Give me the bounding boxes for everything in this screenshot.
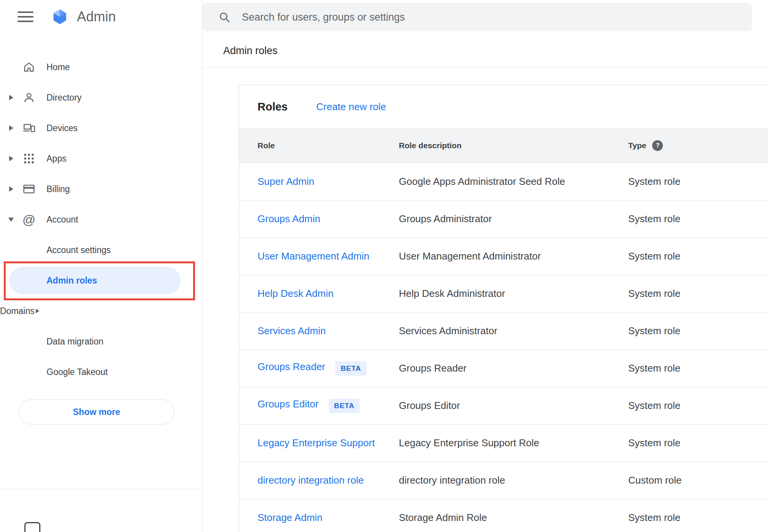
help-icon[interactable]: ?: [652, 140, 663, 151]
role-description: User Management Administrator: [399, 250, 628, 262]
sidebar-item-google-takeout[interactable]: Google Takeout: [0, 357, 202, 387]
sidebar-item-data-migration[interactable]: Data migration: [0, 326, 202, 357]
selected-item-pill: Admin roles: [9, 267, 181, 294]
table-row: Storage Admin Storage Admin Role System …: [239, 499, 768, 532]
role-description: Google Apps Administrator Seed Role: [399, 176, 628, 187]
search-input[interactable]: [242, 11, 752, 23]
app-title: Admin: [77, 9, 116, 25]
role-description: Legacy Enterprise Support Role: [399, 437, 628, 449]
sidebar-nav: Home Directory: [0, 52, 202, 387]
roles-title: Roles: [258, 101, 288, 113]
role-link[interactable]: Super Admin: [258, 176, 314, 187]
sidebar-item-directory[interactable]: Directory: [0, 82, 202, 113]
column-header-type: Type ?: [628, 140, 768, 151]
search-icon: [218, 11, 230, 23]
sidebar: Admin Home Di: [0, 0, 202, 532]
chevron-right-icon: [9, 186, 13, 192]
column-header-description: Role description: [399, 141, 628, 150]
role-link[interactable]: Groups Editor: [258, 398, 318, 410]
table-row: Services Admin Services Administrator Sy…: [239, 312, 768, 349]
beta-badge: BETA: [329, 399, 360, 413]
role-description: Help Desk Administrator: [399, 288, 628, 300]
show-more-button[interactable]: Show more: [19, 399, 174, 425]
role-link[interactable]: directory integration role: [258, 474, 364, 486]
role-description: directory integration role: [399, 474, 628, 486]
footer-partial-icon: [24, 522, 40, 532]
billing-icon: [21, 183, 37, 195]
role-description: Services Administrator: [399, 325, 628, 337]
table-row: Legacy Enterprise Support Legacy Enterpr…: [239, 424, 768, 461]
role-type: System role: [628, 213, 768, 225]
role-link[interactable]: User Management Admin: [258, 250, 369, 262]
role-type: System role: [628, 400, 768, 412]
chevron-right-icon: [9, 95, 13, 100]
sidebar-item-devices[interactable]: Devices: [0, 113, 202, 143]
role-type: Custom role: [628, 474, 768, 486]
chevron-down-icon: [8, 218, 14, 222]
sidebar-header: Admin: [0, 0, 202, 34]
table-row: User Management Admin User Management Ad…: [239, 237, 768, 275]
breadcrumb: Admin roles: [223, 45, 278, 57]
role-link[interactable]: Groups Admin: [258, 213, 320, 224]
role-link[interactable]: Legacy Enterprise Support: [258, 437, 375, 449]
role-link[interactable]: Storage Admin: [258, 512, 323, 523]
table-row: directory integration role directory int…: [239, 461, 768, 499]
sidebar-item-account[interactable]: @ Account: [0, 204, 202, 235]
devices-icon: [21, 122, 37, 135]
sidebar-item-apps[interactable]: Apps: [0, 143, 202, 174]
role-type: System role: [628, 512, 768, 524]
admin-logo-icon: [51, 8, 69, 26]
role-link[interactable]: Help Desk Admin: [258, 288, 333, 299]
role-type: System role: [628, 437, 768, 449]
sidebar-footer-divider: [0, 489, 202, 489]
role-type: System role: [628, 250, 768, 262]
role-type: System role: [628, 325, 768, 337]
header-divider: [202, 67, 768, 67]
chevron-right-icon: [36, 309, 39, 313]
roles-table-header: Role Role description Type ?: [239, 128, 768, 163]
roles-card: Roles Create new role Role Role descript…: [239, 85, 768, 532]
column-header-role: Role: [258, 141, 399, 150]
table-row: Super Admin Google Apps Administrator Se…: [239, 163, 768, 200]
sidebar-item-home[interactable]: Home: [0, 52, 202, 82]
apps-icon: [21, 152, 37, 165]
role-description: Groups Administrator: [399, 213, 628, 225]
account-icon: @: [21, 213, 37, 226]
role-type: System role: [628, 362, 768, 374]
role-link[interactable]: Services Admin: [258, 325, 326, 337]
chevron-right-icon: [9, 125, 13, 131]
main-content: Admin roles Roles Create new role Role R…: [202, 0, 768, 532]
sidebar-item-admin-roles[interactable]: Admin roles: [0, 265, 202, 296]
sidebar-item-billing[interactable]: Billing: [0, 174, 202, 204]
role-type: System role: [628, 176, 768, 187]
home-icon: [21, 61, 37, 74]
role-description: Groups Editor: [399, 400, 628, 412]
role-type: System role: [628, 288, 768, 300]
hamburger-menu-icon[interactable]: [18, 11, 34, 22]
create-new-role-link[interactable]: Create new role: [316, 101, 386, 113]
role-link[interactable]: Groups Reader: [258, 361, 325, 372]
table-row: Groups Reader BETA Groups Reader System …: [239, 349, 768, 387]
sidebar-item-account-settings[interactable]: Account settings: [0, 235, 202, 265]
table-row: Groups Admin Groups Administrator System…: [239, 200, 768, 237]
admin-console-screen: Admin Home Di: [0, 0, 768, 532]
directory-icon: [21, 91, 37, 104]
sidebar-item-domains[interactable]: Domains: [0, 296, 202, 326]
table-row: Help Desk Admin Help Desk Administrator …: [239, 275, 768, 312]
role-description: Storage Admin Role: [399, 512, 628, 524]
beta-badge: BETA: [335, 361, 366, 376]
chevron-right-icon: [9, 156, 13, 161]
roles-card-header: Roles Create new role: [239, 85, 768, 128]
search-bar: [202, 3, 752, 31]
role-description: Groups Reader: [399, 362, 628, 374]
roles-table-body: Super Admin Google Apps Administrator Se…: [239, 163, 768, 532]
table-row: Groups Editor BETA Groups Editor System …: [239, 387, 768, 424]
